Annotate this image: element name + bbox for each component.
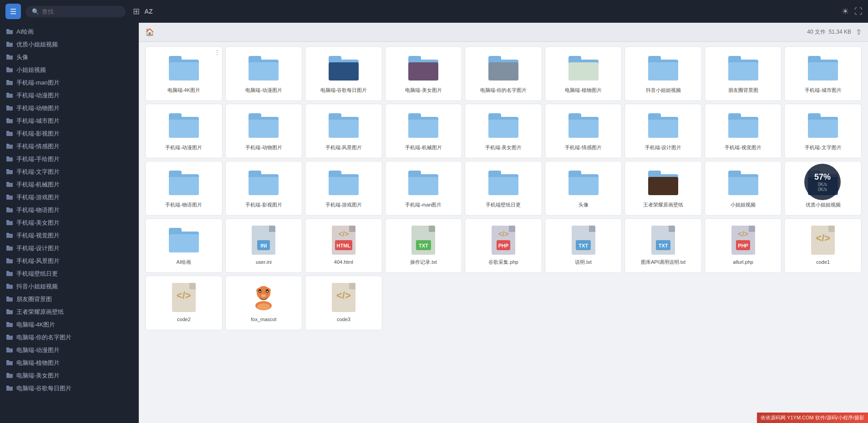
svg-rect-25 xyxy=(6,182,9,183)
sidebar-item-23[interactable]: 电脑端-4K图片 xyxy=(0,318,138,331)
sidebar-item-6[interactable]: 手机端-动物图片 xyxy=(0,102,138,115)
sidebar-item-10[interactable]: 手机端-手绘图片 xyxy=(0,153,138,166)
file-item-37[interactable]: fox_mascot xyxy=(225,276,303,330)
file-item-16[interactable]: 手机端-视觉图片 xyxy=(705,104,782,158)
svg-rect-56 xyxy=(6,387,13,391)
file-name: 404.html xyxy=(334,259,353,265)
file-item-1[interactable]: 电脑端-动漫图片 xyxy=(225,46,303,101)
file-item-38[interactable]: </> code3 xyxy=(305,276,382,330)
sidebar-item-11[interactable]: 手机端-文字图片 xyxy=(0,166,138,178)
file-item-0[interactable]: ⋮ 电脑端-4K图片 xyxy=(145,46,223,101)
brightness-icon[interactable]: ☀ xyxy=(842,6,849,16)
sidebar-folder-icon xyxy=(6,41,13,48)
svg-rect-36 xyxy=(6,259,13,263)
sidebar-folder-icon xyxy=(6,296,13,303)
sidebar-item-label: 手机端-文字图片 xyxy=(16,168,60,176)
file-item-5[interactable]: 电脑端-植物图片 xyxy=(545,46,622,101)
file-item-31[interactable]: </> PHP 谷歌采集.php xyxy=(465,218,542,273)
file-item-24[interactable]: 王者荣耀原画壁纸 xyxy=(624,161,702,216)
file-name: 电脑端-动漫图片 xyxy=(245,87,282,93)
file-item-21[interactable]: 手机端-man图片 xyxy=(385,161,462,216)
file-item-30[interactable]: TXT 操作记录.txt xyxy=(385,218,462,273)
sidebar-item-18[interactable]: 手机端-风景图片 xyxy=(0,255,138,267)
sidebar-item-20[interactable]: 抖音小姐姐视频 xyxy=(0,280,138,293)
sidebar-item-27[interactable]: 电脑端-美女图片 xyxy=(0,369,138,382)
sidebar-item-13[interactable]: 手机端-游戏图片 xyxy=(0,191,138,204)
file-item-33[interactable]: TXT 图库API调用说明.txt xyxy=(624,218,702,273)
menu-button[interactable]: ☰ xyxy=(5,4,21,19)
sidebar-item-28[interactable]: 电脑端-谷歌每日图片 xyxy=(0,382,138,395)
file-item-20[interactable]: 手机端-游戏图片 xyxy=(305,161,382,216)
file-item-18[interactable]: 手机端-物语图片 xyxy=(145,161,223,216)
svg-rect-4 xyxy=(6,55,13,60)
file-item-6[interactable]: 抖音小姐姐视频 xyxy=(624,46,702,101)
file-item-35[interactable]: </> code1 xyxy=(784,218,862,273)
file-item-10[interactable]: 手机端-动物图片 xyxy=(225,104,303,158)
file-name: 手机端-man图片 xyxy=(405,201,442,208)
file-item-34[interactable]: </> PHP allurl.php xyxy=(705,218,782,273)
file-item-32[interactable]: TXT 说明.txt xyxy=(545,218,622,273)
sidebar-item-16[interactable]: 手机端-视觉图片 xyxy=(0,229,138,242)
svg-rect-31 xyxy=(6,220,9,222)
svg-rect-55 xyxy=(6,373,9,374)
sidebar-item-0[interactable]: AI绘画 xyxy=(0,25,138,38)
sort-label[interactable]: AZ xyxy=(144,8,153,15)
sidebar-item-26[interactable]: 电脑端-植物图片 xyxy=(0,357,138,369)
file-item-22[interactable]: 手机端壁纸日更 xyxy=(465,161,542,216)
file-icon: TXT xyxy=(647,224,679,256)
file-item-36[interactable]: </> code2 xyxy=(145,276,223,330)
file-item-7[interactable]: 朋友圈背景图 xyxy=(705,46,782,101)
grid-view-icon[interactable]: ⊞ xyxy=(133,6,140,16)
sidebar-item-17[interactable]: 手机端-设计图片 xyxy=(0,242,138,255)
sidebar-item-22[interactable]: 王者荣耀原画壁纸 xyxy=(0,306,138,318)
sidebar-item-14[interactable]: 手机端-物语图片 xyxy=(0,204,138,217)
sidebar-item-24[interactable]: 电脑端-你的名字图片 xyxy=(0,331,138,344)
sidebar-folder-icon xyxy=(6,181,13,188)
sidebar-item-5[interactable]: 手机端-动漫图片 xyxy=(0,89,138,102)
file-item-14[interactable]: 手机端-情感图片 xyxy=(545,104,622,158)
sidebar-item-1[interactable]: 优质小姐姐视频 xyxy=(0,38,138,51)
file-count: 40 文件 51.34 KB xyxy=(807,28,851,36)
file-name: 电脑端-谷歌每日图片 xyxy=(320,87,367,93)
file-item-3[interactable]: 电脑端-美女图片 xyxy=(385,46,462,101)
sidebar-folder-icon xyxy=(6,258,13,265)
file-item-12[interactable]: 手机端-机械图片 xyxy=(385,104,462,158)
fullscreen-icon[interactable]: ⛶ xyxy=(854,7,863,16)
file-icon xyxy=(248,282,279,313)
file-item-4[interactable]: 电脑端-你的名字图片 xyxy=(465,46,542,101)
file-item-28[interactable]: INI user.ini xyxy=(225,218,303,273)
file-name: fox_mascot xyxy=(251,316,276,322)
file-name: 朋友圈背景图 xyxy=(728,87,758,93)
sidebar-item-7[interactable]: 手机端-城市图片 xyxy=(0,115,138,127)
file-item-17[interactable]: 手机端-文字图片 xyxy=(784,104,862,158)
file-item-2[interactable]: 电脑端-谷歌每日图片 xyxy=(305,46,382,101)
search-input[interactable] xyxy=(42,8,119,15)
sidebar-item-21[interactable]: 朋友圈背景图 xyxy=(0,293,138,306)
sidebar-item-19[interactable]: 手机端壁纸日更 xyxy=(0,267,138,280)
file-item-11[interactable]: 手机端-风景图片 xyxy=(305,104,382,158)
file-item-15[interactable]: 手机端-设计图片 xyxy=(624,104,702,158)
file-item-29[interactable]: </> HTML 404.html xyxy=(305,218,382,273)
sidebar-item-15[interactable]: 手机端-美女图片 xyxy=(0,217,138,229)
file-item-8[interactable]: 手机端-城市图片 xyxy=(784,46,862,101)
sidebar-item-8[interactable]: 手机端-影视图片 xyxy=(0,127,138,140)
file-item-19[interactable]: 手机端-影视图片 xyxy=(225,161,303,216)
file-icon xyxy=(328,52,360,84)
file-item-9[interactable]: 手机端-动漫图片 xyxy=(145,104,223,158)
sidebar-item-9[interactable]: 手机端-情感图片 xyxy=(0,140,138,153)
sidebar-item-25[interactable]: 电脑端-动漫图片 xyxy=(0,344,138,357)
home-button[interactable]: 🏠 xyxy=(145,28,154,36)
file-item-13[interactable]: 手机端-美女图片 xyxy=(465,104,542,158)
sidebar-folder-icon xyxy=(6,105,13,112)
sidebar-item-12[interactable]: 手机端-机械图片 xyxy=(0,178,138,191)
more-button[interactable]: ⋮ xyxy=(214,49,220,56)
file-icon xyxy=(807,52,839,84)
sidebar-item-4[interactable]: 手机端-man图片 xyxy=(0,76,138,89)
file-item-23[interactable]: 头像 xyxy=(545,161,622,216)
sidebar-item-3[interactable]: 小姐姐视频 xyxy=(0,64,138,76)
share-icon[interactable]: ⇧ xyxy=(856,28,862,36)
file-item-27[interactable]: AI绘画 xyxy=(145,218,223,273)
sidebar-item-2[interactable]: 头像 xyxy=(0,51,138,64)
file-item-25[interactable]: 小姐姐视频 xyxy=(705,161,782,216)
svg-rect-14 xyxy=(6,119,13,123)
